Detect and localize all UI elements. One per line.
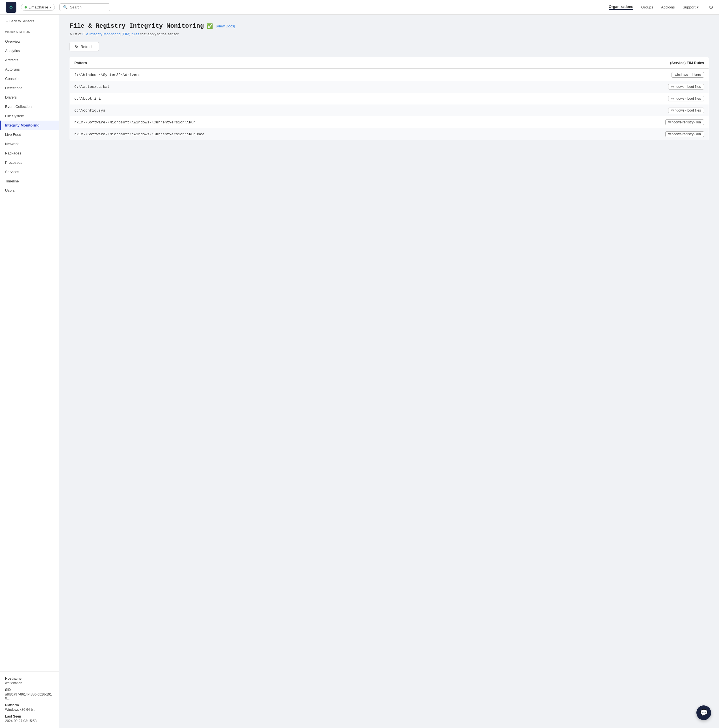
page-title: File & Registry Integrity Monitoring	[69, 23, 204, 30]
sidebar-item-live-feed[interactable]: Live Feed	[0, 130, 59, 139]
last-seen-label: Last Seen	[5, 714, 54, 719]
fim-table: Pattern (Service) FIM Rules ?:\\Windows\…	[69, 57, 709, 140]
refresh-icon: ↻	[75, 44, 78, 49]
nav-link-groups[interactable]: Groups	[641, 5, 653, 9]
sidebar-item-network[interactable]: Network	[0, 139, 59, 148]
org-selector[interactable]: LimaCharlie ▾	[21, 4, 55, 11]
rule-badge: windows-registry-Run	[665, 119, 704, 125]
search-input[interactable]	[70, 5, 104, 9]
fim-rules-link[interactable]: File Integrity Monitoring (FIM) rules	[83, 32, 140, 36]
hostname-label: Hostname	[5, 677, 54, 681]
sidebar-item-overview[interactable]: Overview	[0, 37, 59, 46]
search-box[interactable]: 🔍	[59, 3, 110, 11]
sidebar-item-users[interactable]: Users	[0, 186, 59, 195]
sidebar-item-console[interactable]: Console	[0, 74, 59, 83]
search-icon: 🔍	[63, 5, 67, 9]
sidebar-footer: Hostname workstation SID a8f8ca97-8614-4…	[0, 671, 59, 728]
support-chevron-icon: ▾	[697, 5, 699, 9]
chevron-down-icon: ▾	[50, 6, 51, 9]
page-header: File & Registry Integrity Monitoring ✅ […	[69, 23, 709, 30]
sidebar-item-detections[interactable]: Detections	[0, 83, 59, 93]
hostname-value: workstation	[5, 681, 54, 685]
nav-link-addons[interactable]: Add-ons	[661, 5, 675, 9]
nav-link-support[interactable]: Support ▾	[682, 5, 699, 9]
pattern-cell: hklm\\Software\\Microsoft\\Windows\\Curr…	[70, 128, 545, 140]
table-header-row: Pattern (Service) FIM Rules	[70, 57, 709, 69]
pattern-cell: c:\\config.sys	[70, 104, 545, 116]
table-row: hklm\\Software\\Microsoft\\Windows\\Curr…	[70, 128, 709, 140]
sidebar-item-services[interactable]: Services	[0, 167, 59, 176]
col-rules: (Service) FIM Rules	[545, 57, 709, 69]
rule-badge: windows - boot files	[668, 108, 704, 113]
rule-cell: windows - boot files	[545, 81, 709, 93]
sid-value: a8f8ca97-8614-438d-qb26-1910…	[5, 693, 54, 700]
support-label: Support	[682, 5, 696, 9]
chat-button[interactable]: 💬	[696, 705, 711, 720]
platform-label: Platform	[5, 703, 54, 707]
refresh-button[interactable]: ↻ Refresh	[69, 42, 99, 51]
main-layout: ← Back to Sensors WORKSTATION Overview A…	[0, 15, 719, 728]
verified-icon: ✅	[207, 23, 213, 29]
refresh-label: Refresh	[81, 44, 94, 49]
rule-cell: windows-registry-Run	[545, 128, 709, 140]
rule-badge: windows - drivers	[671, 72, 704, 78]
rule-cell: windows-registry-Run	[545, 116, 709, 128]
org-name: LimaCharlie	[29, 5, 48, 9]
sidebar-item-analytics[interactable]: Analytics	[0, 46, 59, 55]
pattern-cell: c:\\boot.ini	[70, 93, 545, 104]
sidebar-item-processes[interactable]: Processes	[0, 158, 59, 167]
platform-value: Windows x86 64 bit	[5, 708, 54, 712]
last-seen-value: 2024-09-27 03:15:58	[5, 719, 54, 723]
sidebar-item-drivers[interactable]: Drivers	[0, 93, 59, 102]
table-row: c:\\config.sys windows - boot files	[70, 104, 709, 116]
table-row: c:\\boot.ini windows - boot files	[70, 93, 709, 104]
logo-icon: ‹›	[9, 4, 13, 10]
back-to-sensors-button[interactable]: ← Back to Sensors	[0, 15, 59, 26]
sidebar-section-label: WORKSTATION	[0, 26, 59, 35]
rule-cell: windows - boot files	[545, 93, 709, 104]
nav-links: Organizations Groups Add-ons Support ▾ ⚙	[609, 4, 713, 11]
page-subtitle: A list of File Integrity Monitoring (FIM…	[69, 32, 709, 36]
sidebar-item-artifacts[interactable]: Artifacts	[0, 55, 59, 65]
org-status-dot	[25, 6, 27, 8]
sidebar-item-packages[interactable]: Packages	[0, 148, 59, 158]
pattern-cell: C:\\autoexec.bat	[70, 81, 545, 93]
sidebar-item-autoruns[interactable]: Autoruns	[0, 65, 59, 74]
rule-badge: windows - boot files	[668, 84, 704, 90]
table-row: ?:\\Windows\\System32\\drivers windows -…	[70, 69, 709, 81]
subtitle-suffix: that apply to the sensor.	[140, 32, 179, 36]
pattern-cell: ?:\\Windows\\System32\\drivers	[70, 69, 545, 81]
rule-cell: windows - boot files	[545, 104, 709, 116]
table-row: hklm\\Software\\Microsoft\\Windows\\Curr…	[70, 116, 709, 128]
view-docs-link[interactable]: [View Docs]	[216, 24, 235, 28]
rule-badge: windows - boot files	[668, 96, 704, 101]
sid-label: SID	[5, 688, 54, 692]
sidebar: ← Back to Sensors WORKSTATION Overview A…	[0, 15, 59, 728]
sidebar-item-file-system[interactable]: File System	[0, 111, 59, 121]
app-logo: ‹›	[6, 2, 16, 13]
pattern-cell: hklm\\Software\\Microsoft\\Windows\\Curr…	[70, 116, 545, 128]
sidebar-item-integrity-monitoring[interactable]: Integrity Monitoring	[0, 121, 59, 130]
rule-badge: windows-registry-Run	[665, 131, 704, 137]
nav-link-organizations[interactable]: Organizations	[609, 5, 633, 10]
subtitle-prefix: A list of	[69, 32, 83, 36]
table-row: C:\\autoexec.bat windows - boot files	[70, 81, 709, 93]
settings-icon[interactable]: ⚙	[709, 4, 713, 11]
sidebar-item-event-collection[interactable]: Event Collection	[0, 102, 59, 111]
rule-cell: windows - drivers	[545, 69, 709, 81]
main-content: File & Registry Integrity Monitoring ✅ […	[59, 15, 719, 728]
sidebar-divider	[0, 36, 59, 36]
chat-icon: 💬	[700, 709, 708, 716]
sidebar-item-timeline[interactable]: Timeline	[0, 176, 59, 186]
top-nav: ‹› LimaCharlie ▾ 🔍 Organizations Groups …	[0, 0, 719, 15]
col-pattern: Pattern	[70, 57, 545, 69]
